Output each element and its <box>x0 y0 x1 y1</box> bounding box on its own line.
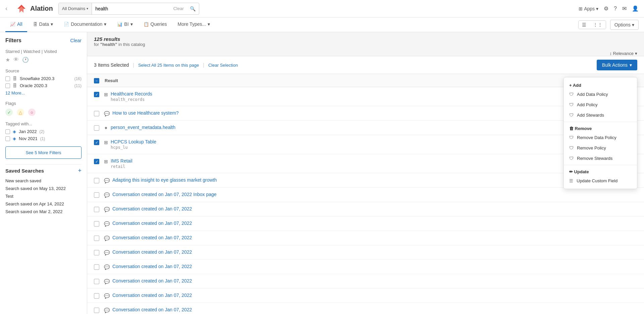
source-filter-oracle[interactable]: 🗄 Oracle 2020.3 (11) <box>5 83 82 88</box>
result-title[interactable]: Conversation created on Jan 07, 2022 <box>112 307 637 312</box>
row-checkbox[interactable]: ✓ <box>94 140 99 145</box>
result-title[interactable]: Conversation created on Jan 07, 2022 <box>112 278 637 284</box>
flag-warn-icon[interactable]: △ <box>17 109 24 116</box>
source-oracle-checkbox[interactable] <box>5 83 10 88</box>
saved-search-item[interactable]: Search saved on May 13, 2022 <box>5 186 82 191</box>
row-checkbox[interactable] <box>94 178 99 183</box>
table-row[interactable]: 💬Conversation created on Jan 07, 2022 <box>87 303 644 314</box>
row-checkbox[interactable] <box>94 111 99 116</box>
row-checkbox[interactable] <box>94 250 99 255</box>
dropdown-remove-data-policy[interactable]: 🛡 Remove Data Policy <box>564 132 637 143</box>
row-checkbox[interactable] <box>94 125 99 131</box>
view-list-button[interactable]: ☰ <box>579 21 590 29</box>
table-row[interactable]: ✓⊞IMS Retailretail <box>87 154 644 173</box>
dropdown-remove-stewards[interactable]: 🛡 Remove Stewards <box>564 153 637 164</box>
tab-data[interactable]: 🗄 Data ▾ <box>29 17 58 32</box>
result-title[interactable]: How to use Healthcare system? <box>112 110 637 116</box>
select-all-button[interactable]: Select All 25 Items on this page <box>138 63 199 68</box>
result-title[interactable]: Conversation created on Jan 07, 2022 <box>112 221 637 226</box>
watched-icon[interactable]: 👁 <box>13 57 19 63</box>
source-filter-snowflake[interactable]: 🗄 Snowflake 2020.3 (16) <box>5 76 82 81</box>
nav-back-icon[interactable]: ‹ <box>5 5 7 12</box>
result-title[interactable]: Conversation created on Jan 07, 2022 <box>112 235 637 240</box>
table-row[interactable]: 💬Conversation created on Jan 07, 2022 <box>87 245 644 260</box>
result-title[interactable]: Healthcare Records <box>111 91 637 97</box>
result-title[interactable]: person_event_metadata.health <box>111 125 637 130</box>
result-title[interactable]: Conversation created on Jan 07, 2022 <box>112 264 637 269</box>
tab-more-types[interactable]: More Types... ▾ <box>173 17 215 32</box>
search-domain-selector[interactable]: All Domains ▾ <box>59 3 92 14</box>
visited-icon[interactable]: 🕐 <box>22 57 29 63</box>
starred-icon[interactable]: ★ <box>5 57 10 63</box>
table-row[interactable]: 💬Conversation created on Jan 07, 2022 In… <box>87 188 644 202</box>
result-title[interactable]: Conversation created on Jan 07, 2022 <box>112 293 637 298</box>
search-input[interactable] <box>92 6 171 11</box>
add-saved-search-button[interactable]: + <box>78 167 82 174</box>
dropdown-add-data-policy[interactable]: 🛡 Add Data Policy <box>564 89 637 100</box>
flag-check-icon[interactable]: ✓ <box>5 109 13 116</box>
saved-search-item[interactable]: Test <box>5 194 82 199</box>
tag-nov2021-checkbox[interactable] <box>5 136 10 141</box>
tag-jan2022-icon: ◈ <box>13 129 16 134</box>
table-row[interactable]: 💬Conversation created on Jan 07, 2022 <box>87 274 644 289</box>
tag-filter-nov2021[interactable]: ◈ Nov 2021 (1) <box>5 136 82 141</box>
see-more-filters-button[interactable]: See 5 More Filters <box>5 146 82 159</box>
row-checkbox[interactable] <box>94 293 99 299</box>
dropdown-add-policy[interactable]: 🛡 Add Policy <box>564 100 637 110</box>
user-icon[interactable]: 👤 <box>632 5 639 12</box>
tab-bi[interactable]: 📊 BI ▾ <box>112 17 137 32</box>
select-all-checkbox[interactable]: − <box>94 78 99 83</box>
tag-filter-jan2022[interactable]: ◈ Jan 2022 (2) <box>5 129 82 134</box>
row-checkbox[interactable] <box>94 236 99 241</box>
result-title[interactable]: IMS Retail <box>111 158 637 164</box>
row-checkbox[interactable] <box>94 207 99 212</box>
sort-button[interactable]: ↕ Relevance ▾ <box>609 51 637 56</box>
table-row[interactable]: ✦person_event_metadata.health <box>87 121 644 135</box>
table-row[interactable]: 💬Adapting this insight to eye glasses ma… <box>87 173 644 188</box>
filters-clear-button[interactable]: Clear <box>70 38 82 43</box>
help-icon[interactable]: ? <box>614 6 617 12</box>
view-grid-button[interactable]: ⋮⋮ <box>590 21 606 29</box>
result-title[interactable]: HCPCS Lookup Table <box>111 139 637 144</box>
row-checkbox[interactable]: ✓ <box>94 159 99 164</box>
result-title[interactable]: Conversation created on Jan 07, 2022 Inb… <box>112 192 637 197</box>
result-title[interactable]: Conversation created on Jan 07, 2022 <box>112 249 637 255</box>
apps-button[interactable]: ⊞ Apps ▾ <box>579 6 598 11</box>
tag-jan2022-checkbox[interactable] <box>5 129 10 134</box>
row-checkbox[interactable]: ✓ <box>94 92 99 97</box>
dropdown-update-custom-field[interactable]: ☰ Update Custom Field <box>564 176 637 186</box>
table-row[interactable]: 💬Conversation created on Jan 07, 2022 <box>87 216 644 231</box>
settings-icon[interactable]: ⚙ <box>604 5 608 12</box>
table-row[interactable]: 💬Conversation created on Jan 07, 2022 <box>87 231 644 245</box>
row-checkbox[interactable] <box>94 264 99 270</box>
bulk-actions-button[interactable]: Bulk Actions ▾ <box>597 60 637 70</box>
dropdown-remove-policy[interactable]: 🛡 Remove Policy <box>564 143 637 153</box>
source-snowflake-checkbox[interactable] <box>5 76 10 81</box>
messages-icon[interactable]: ✉ <box>622 5 627 12</box>
row-checkbox[interactable] <box>94 221 99 227</box>
table-row[interactable]: 💬Conversation created on Jan 07, 2022 <box>87 202 644 216</box>
table-row[interactable]: ✓⊞Healthcare Recordshealth_records <box>87 87 644 106</box>
search-clear-button[interactable]: Clear <box>171 6 186 11</box>
table-row[interactable]: 💬Conversation created on Jan 07, 2022 <box>87 289 644 303</box>
tab-documentation[interactable]: 📄 Documentation ▾ <box>59 17 111 32</box>
result-title[interactable]: Adapting this insight to eye glasses mar… <box>112 177 637 183</box>
table-row[interactable]: ✓⊞HCPCS Lookup Tablehcps_lu <box>87 135 644 154</box>
row-checkbox[interactable] <box>94 279 99 284</box>
tab-all[interactable]: 📈 All <box>5 17 27 32</box>
flag-neg-icon[interactable]: ○ <box>28 109 36 116</box>
clear-selection-button[interactable]: Clear Selection <box>208 63 238 68</box>
row-checkbox[interactable] <box>94 308 99 313</box>
table-row[interactable]: 💬Conversation created on Jan 07, 2022 <box>87 260 644 274</box>
options-button[interactable]: Options ▾ <box>610 20 639 30</box>
row-checkbox[interactable] <box>94 192 99 198</box>
table-row[interactable]: 💬How to use Healthcare system? <box>87 106 644 121</box>
saved-search-item[interactable]: New search saved <box>5 178 82 183</box>
saved-search-item[interactable]: Search saved on Mar 2, 2022 <box>5 209 82 214</box>
search-submit-icon[interactable]: 🔍 <box>186 6 199 11</box>
result-title[interactable]: Conversation created on Jan 07, 2022 <box>112 206 637 211</box>
dropdown-add-stewards[interactable]: 🛡 Add Stewards <box>564 110 637 120</box>
tab-queries[interactable]: 📋 Queries <box>139 17 172 32</box>
source-more-link[interactable]: 12 More... <box>5 90 25 96</box>
saved-search-item[interactable]: Search saved on Apr 14, 2022 <box>5 201 82 206</box>
